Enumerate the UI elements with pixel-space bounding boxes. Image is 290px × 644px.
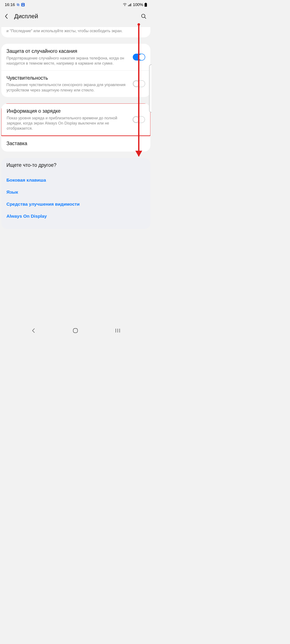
- card-related-links: Ищете что-то другое? Боковая клавиша Язы…: [1, 158, 150, 229]
- svg-rect-11: [145, 3, 147, 7]
- card-touch-settings: Защита от случайного касания Предотвраще…: [1, 44, 150, 97]
- search-button[interactable]: [141, 14, 147, 19]
- sensitivity-toggle[interactable]: [133, 80, 145, 87]
- svg-rect-6: [128, 5, 129, 6]
- charging-info-toggle[interactable]: [133, 116, 145, 123]
- accidental-touch-title: Защита от случайного касания: [7, 48, 129, 54]
- link-language[interactable]: Язык: [7, 186, 145, 198]
- back-button[interactable]: [5, 14, 8, 19]
- link-side-key[interactable]: Боковая клавиша: [7, 174, 145, 186]
- clock: 16:16: [5, 2, 15, 7]
- related-heading: Ищете что-то другое?: [7, 162, 145, 168]
- setting-screensaver[interactable]: Заставка: [1, 136, 150, 151]
- battery-pct: 100%: [133, 2, 143, 7]
- sensitivity-desc: Повышение чувствительности сенсорного эк…: [7, 82, 129, 93]
- nav-recents-button[interactable]: [115, 328, 120, 333]
- wifi-icon: [123, 3, 127, 6]
- setting-charging-info[interactable]: Информация о зарядке Показ уровня заряда…: [2, 104, 150, 136]
- svg-point-5: [125, 6, 125, 6]
- nav-home-button[interactable]: [73, 328, 78, 334]
- truncated-desc: и "Последние" или используйте жесты, что…: [7, 28, 145, 34]
- app-header: Дисплей: [0, 10, 152, 23]
- signal-icon: [128, 3, 131, 6]
- page-title: Дисплей: [14, 13, 38, 20]
- phone-link-icon: [21, 3, 25, 7]
- truncated-setting: и "Последние" или используйте жесты, что…: [1, 27, 150, 37]
- battery-icon: [145, 3, 147, 7]
- svg-rect-7: [129, 5, 130, 6]
- phone-screen: 16:16 100% Дисплей: [0, 0, 152, 336]
- content-area: и "Последние" или используйте жесты, что…: [0, 27, 152, 229]
- accidental-touch-toggle[interactable]: [133, 54, 145, 60]
- nav-back-button[interactable]: [31, 328, 36, 333]
- svg-rect-8: [130, 4, 130, 6]
- status-left: 16:16: [5, 2, 25, 7]
- setting-sensitivity[interactable]: Чувствительность Повышение чувствительно…: [1, 70, 150, 97]
- charging-info-title: Информация о зарядке: [7, 108, 129, 114]
- sensitivity-title: Чувствительность: [7, 75, 129, 81]
- status-bar: 16:16 100%: [0, 0, 152, 10]
- svg-rect-14: [73, 328, 78, 333]
- scrollbar[interactable]: [149, 64, 152, 112]
- svg-rect-9: [131, 4, 131, 6]
- system-nav-bar: [0, 324, 152, 336]
- charging-info-desc: Показ уровня заряда и приблизительного в…: [7, 116, 129, 131]
- svg-rect-4: [22, 4, 24, 5]
- highlight-annotation: Информация о зарядке Показ уровня заряда…: [1, 104, 150, 136]
- setting-accidental-touch[interactable]: Защита от случайного касания Предотвраще…: [1, 44, 150, 70]
- card-nav-gestures-truncated[interactable]: и "Последние" или используйте жесты, что…: [1, 27, 150, 37]
- svg-rect-10: [145, 3, 146, 3]
- accidental-touch-desc: Предотвращение случайного нажатия экрана…: [7, 56, 129, 66]
- status-right: 100%: [123, 2, 147, 7]
- svg-line-13: [145, 17, 146, 18]
- screensaver-title: Заставка: [7, 140, 27, 146]
- link-always-on-display[interactable]: Always On Display: [7, 210, 145, 222]
- card-charging-screensaver: Информация о зарядке Показ уровня заряда…: [1, 104, 150, 152]
- app-indicator-icon: [17, 4, 19, 6]
- link-visibility-enhancements[interactable]: Средства улучшения видимости: [7, 198, 145, 210]
